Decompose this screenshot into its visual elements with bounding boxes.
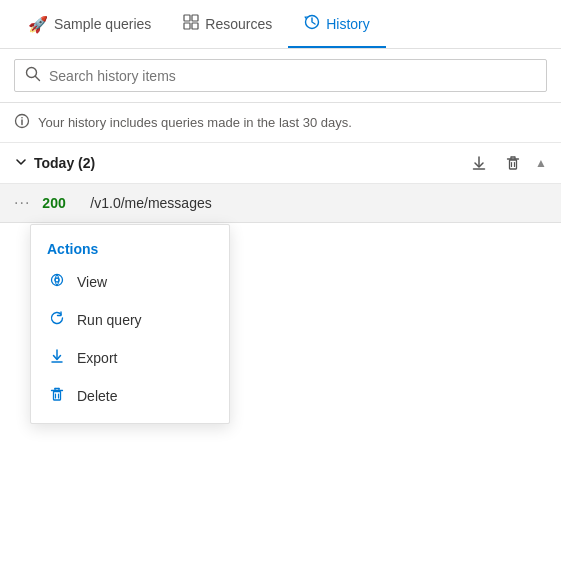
refresh-icon bbox=[47, 310, 67, 330]
svg-rect-2 bbox=[184, 23, 190, 29]
actions-dropdown: Actions View Run query bbox=[30, 224, 230, 424]
scroll-indicator: ▲ bbox=[535, 156, 547, 170]
info-bar: Your history includes queries made in th… bbox=[0, 103, 561, 143]
svg-rect-3 bbox=[192, 23, 198, 29]
svg-rect-12 bbox=[510, 160, 517, 169]
download-icon bbox=[47, 348, 67, 368]
endpoint-path: /v1.0/me/messages bbox=[90, 195, 211, 211]
row-options-button[interactable]: ··· bbox=[14, 194, 30, 212]
action-delete[interactable]: Delete bbox=[31, 377, 229, 415]
search-input[interactable] bbox=[49, 68, 536, 84]
section-header: Today (2) ▲ bbox=[0, 143, 561, 184]
trash-icon bbox=[47, 386, 67, 406]
history-icon bbox=[304, 14, 320, 34]
action-run-query[interactable]: Run query bbox=[31, 301, 229, 339]
status-code: 200 bbox=[42, 195, 78, 211]
search-icon bbox=[25, 66, 41, 85]
delete-all-button[interactable] bbox=[501, 153, 525, 173]
svg-point-5 bbox=[27, 68, 37, 78]
svg-point-9 bbox=[21, 117, 23, 119]
svg-point-19 bbox=[52, 275, 63, 286]
section-actions: ▲ bbox=[467, 153, 547, 173]
tab-history[interactable]: History bbox=[288, 0, 386, 48]
rocket-icon: 🚀 bbox=[28, 15, 48, 34]
tab-sample-queries[interactable]: 🚀 Sample queries bbox=[12, 1, 167, 48]
history-row: ··· 200 /v1.0/me/messages Actions View bbox=[0, 184, 561, 223]
svg-line-6 bbox=[36, 77, 40, 81]
action-export[interactable]: Export bbox=[31, 339, 229, 377]
dropdown-header: Actions bbox=[31, 233, 229, 263]
search-container bbox=[0, 49, 561, 103]
svg-rect-23 bbox=[54, 392, 61, 401]
info-text: Your history includes queries made in th… bbox=[38, 115, 352, 130]
download-all-button[interactable] bbox=[467, 153, 491, 173]
tab-bar: 🚀 Sample queries Resources History bbox=[0, 0, 561, 49]
tab-resources[interactable]: Resources bbox=[167, 0, 288, 48]
view-icon bbox=[47, 272, 67, 292]
chevron-down-icon bbox=[14, 155, 28, 172]
svg-rect-0 bbox=[184, 15, 190, 21]
action-view[interactable]: View bbox=[31, 263, 229, 301]
info-icon bbox=[14, 113, 30, 132]
section-title: Today (2) bbox=[14, 155, 95, 172]
svg-rect-1 bbox=[192, 15, 198, 21]
search-box bbox=[14, 59, 547, 92]
resources-icon bbox=[183, 14, 199, 34]
